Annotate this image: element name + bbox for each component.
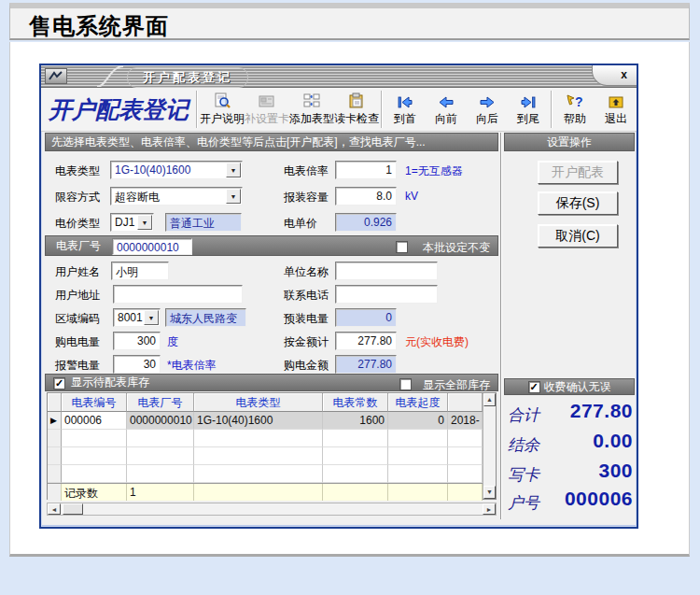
batch-fixed-checkbox[interactable] xyxy=(396,240,408,253)
alarm-energy-input[interactable]: 30 xyxy=(113,355,161,374)
area-code-label: 区域编码 xyxy=(55,311,100,327)
page-title: 售电系统界面 xyxy=(29,11,169,41)
record-count-value: 1 xyxy=(127,484,194,501)
col-header[interactable]: 电表编号 xyxy=(62,393,127,412)
col-header[interactable]: 电表类型 xyxy=(194,393,323,412)
toolbar-button-label: 帮助 xyxy=(564,111,586,127)
scroll-left-icon[interactable]: ◄ xyxy=(48,503,61,515)
go-first-button[interactable]: 到首 xyxy=(385,92,426,127)
go-next-button[interactable]: 向后 xyxy=(467,92,508,127)
add-pages-icon xyxy=(302,92,321,110)
user-name-input[interactable]: 小明 xyxy=(111,262,169,280)
go-previous-button[interactable]: 向前 xyxy=(426,92,467,127)
org-name-label: 单位名称 xyxy=(284,264,329,280)
limit-mode-select[interactable]: 超容断电 ▼ xyxy=(110,187,243,205)
chevron-down-icon[interactable]: ▼ xyxy=(137,215,152,230)
col-header[interactable]: 电表起度 xyxy=(388,393,448,412)
table-empty-row xyxy=(48,465,483,483)
install-capacity-input[interactable]: 8.0 xyxy=(335,187,397,205)
chevron-down-icon[interactable]: ▼ xyxy=(226,163,241,177)
batch-fixed-label: 本批设定不变 xyxy=(423,240,490,256)
user-address-input[interactable] xyxy=(113,285,243,304)
account-no-label: 户号 xyxy=(508,492,539,514)
chevron-down-icon[interactable]: ▼ xyxy=(144,310,159,325)
show-all-checkbox[interactable] xyxy=(399,377,412,390)
price-type-desc: 普通工业 xyxy=(165,213,242,232)
table-cell[interactable]: 000006 xyxy=(62,412,127,430)
inventory-filter-bar: ✓ 显示待配表库存 显示全部库存 xyxy=(45,374,498,391)
table-row[interactable]: ▶ 000006 0000000010 1G-10(40)1600 1600 0… xyxy=(48,412,483,430)
exit-button[interactable]: 退出 xyxy=(595,92,637,127)
table-cell[interactable]: 1G-10(40)1600 xyxy=(194,412,323,430)
checkbox-unchecked-icon[interactable] xyxy=(399,378,412,390)
by-amount-input[interactable]: 277.80 xyxy=(335,332,397,350)
col-header[interactable]: 电表厂号 xyxy=(127,393,194,412)
preload-energy-label: 预装电量 xyxy=(284,311,329,327)
form-row: 购电电量 300 度 按金额计 277.80 元(实收电费) xyxy=(45,332,498,350)
checkbox-unchecked-icon[interactable] xyxy=(396,241,408,253)
limit-mode-label: 限容方式 xyxy=(55,190,100,205)
area-code-desc: 城东人民路变 xyxy=(165,308,246,327)
instruction-bar: 先选择电表类型、电表倍率、电价类型等后点击[开户配表]，查找电表厂号... xyxy=(45,133,498,151)
save-button[interactable]: 保存(S) xyxy=(538,191,618,215)
price-type-select[interactable]: DJ1 ▼ xyxy=(110,213,154,232)
toolbar-button-label: 开户说明 xyxy=(200,111,245,127)
balance-row: 结余 0.00 xyxy=(504,430,635,458)
toolbar-separator xyxy=(381,91,383,128)
account-no-value: 000006 xyxy=(565,488,633,510)
form-row: 用户地址 联系电话 xyxy=(45,285,498,304)
account-no-row: 户号 000006 xyxy=(504,488,635,516)
table-cell[interactable]: 0000000010 xyxy=(127,412,194,430)
install-capacity-unit: kV xyxy=(405,190,418,203)
page-header: 售电系统界面 xyxy=(9,3,690,40)
scrollbar-thumb[interactable] xyxy=(63,503,83,515)
add-meter-model-button[interactable]: 添加表型 xyxy=(289,92,334,127)
table-footer-row: 记录数 1 xyxy=(48,483,483,501)
table-cell[interactable]: 1600 xyxy=(323,412,388,430)
checkbox-checked-icon[interactable]: ✓ xyxy=(53,377,65,390)
total-label: 合计 xyxy=(508,404,539,426)
close-icon[interactable]: x xyxy=(592,65,637,86)
table-cell[interactable]: 2018- xyxy=(448,412,483,430)
balance-label: 结余 xyxy=(508,434,539,456)
go-last-button[interactable]: 到尾 xyxy=(508,92,549,127)
open-account-help-button[interactable]: 开户说明 xyxy=(200,92,245,127)
toolbar: 开户配表登记 开户说明 补设置卡 添加表型 读卡检查 xyxy=(41,88,637,132)
clipboard-icon xyxy=(347,92,366,110)
area-code-select[interactable]: 8001 ▼ xyxy=(113,308,161,327)
user-address-label: 用户地址 xyxy=(55,288,100,304)
read-card-check-button[interactable]: 读卡检查 xyxy=(334,92,379,127)
toolbar-button-label: 补设置卡 xyxy=(245,111,289,127)
cancel-button[interactable]: 取消(C) xyxy=(538,224,618,248)
factory-no-input[interactable]: 0000000010 xyxy=(112,238,192,255)
show-pending-checkbox[interactable]: ✓ xyxy=(53,375,65,389)
form-row: 限容方式 超容断电 ▼ 报装容量 8.0 kV xyxy=(45,187,498,205)
scroll-down-icon[interactable]: ▼ xyxy=(483,486,496,499)
toolbar-button-label: 到尾 xyxy=(517,111,539,127)
form-row: 电价类型 DJ1 ▼ 普通工业 电单价 0.926 xyxy=(45,213,498,232)
checkbox-checked-icon[interactable]: ✓ xyxy=(528,381,540,393)
meter-type-select[interactable]: 1G-10(40)1600 ▼ xyxy=(110,161,243,179)
horizontal-scrollbar[interactable]: ◄ ► xyxy=(47,503,497,516)
dialog-titlebar[interactable]: 开户配表登记 x xyxy=(41,65,637,88)
col-header[interactable]: 电表常数 xyxy=(323,393,388,412)
meter-ratio-input[interactable]: 1 xyxy=(335,161,397,179)
meter-ratio-hint: 1=无互感器 xyxy=(405,163,463,179)
vertical-scrollbar[interactable]: ▲ ▼ xyxy=(483,393,496,499)
scroll-up-icon[interactable]: ▲ xyxy=(483,393,496,406)
org-name-input[interactable] xyxy=(335,262,438,280)
scroll-right-icon[interactable]: ► xyxy=(483,503,496,515)
purchase-amount-label: 购电金额 xyxy=(284,358,329,374)
dialog-window: 开户配表登记 x 开户配表登记 开户说明 补设置卡 添加表型 xyxy=(39,64,638,529)
col-header[interactable] xyxy=(448,393,483,412)
total-value: 277.80 xyxy=(570,400,633,422)
write-card-row: 写卡 300 xyxy=(504,460,635,488)
total-row: 合计 277.80 xyxy=(504,400,635,428)
purchase-energy-input[interactable]: 300 xyxy=(113,332,161,350)
table-cell[interactable]: 0 xyxy=(388,412,448,430)
chevron-down-icon[interactable]: ▼ xyxy=(226,189,241,204)
help-button[interactable]: ? 帮助 xyxy=(554,92,595,127)
contact-phone-input[interactable] xyxy=(335,285,438,304)
card-icon xyxy=(258,92,276,110)
dialog-body: 先选择电表类型、电表倍率、电价类型等后点击[开户配表]，查找电表厂号... 电表… xyxy=(43,132,635,525)
